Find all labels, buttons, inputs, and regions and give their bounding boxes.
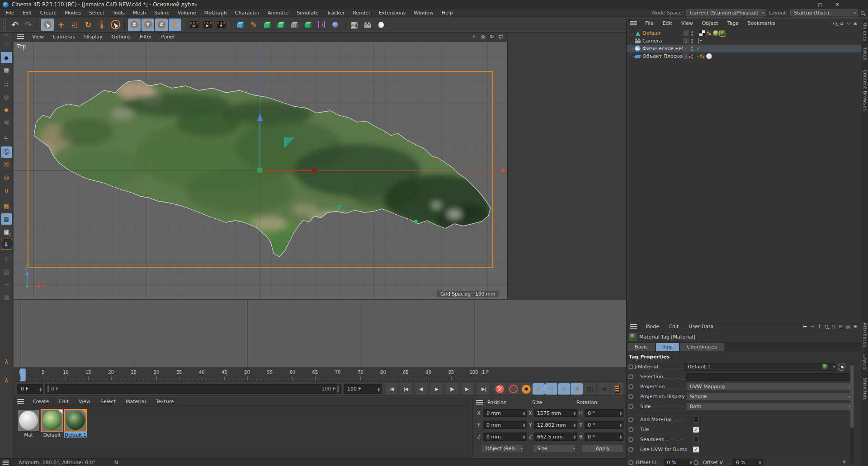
search-icon[interactable] [825,325,828,329]
viewport-menu-cameras[interactable]: Cameras [48,33,80,40]
attribute-menu-mode[interactable]: Mode [641,323,664,330]
point-mode-button[interactable]: ∷ [1,79,12,90]
animation-dot-icon[interactable] [628,404,633,409]
dock-tab-takes[interactable]: Takes [863,47,868,61]
spinner-arrows-icon[interactable]: ▲▼ [521,434,526,439]
toggle-view-icon[interactable]: ◱ [497,33,505,41]
menu-create[interactable]: Create [36,9,61,16]
menu-animate[interactable]: Animate [264,9,292,16]
edge-mode-button[interactable]: ◇ [1,91,12,103]
material-menu-view[interactable]: View [74,398,95,405]
move-tool[interactable]: + [55,19,67,31]
preview-range-slider[interactable]: 0 F 100 F [45,384,341,394]
toolbar-grip[interactable] [3,19,6,31]
animation-dot-icon[interactable] [628,394,633,399]
material-menu-edit[interactable]: Edit [54,398,74,405]
viewport-menu-panel[interactable]: Panel [156,33,179,40]
checker-tag-icon[interactable] [699,30,705,36]
menu-select[interactable]: Select [85,9,108,16]
dock-tab-content-browser[interactable]: Content Browser [863,70,868,111]
size-y-field[interactable]: 12.802 mm▲▼ [534,421,577,429]
inactive-tool-2[interactable]: ⇥ [1,279,12,290]
spinner-arrows-icon[interactable]: ▲▼ [758,461,762,465]
key-parameter-toggle[interactable]: Ⓟ [571,383,583,395]
spinner-arrows-icon[interactable]: ▲▼ [689,461,693,465]
render-settings-button[interactable]: ✱ [215,19,227,31]
workplane-transform-button[interactable]: ⇕ [1,254,12,265]
add-material-checkbox[interactable] [693,417,699,423]
attribute-title-row[interactable]: Material Tag [Material] [627,331,861,342]
spinner-arrows-icon[interactable]: ▲▼ [572,411,577,415]
make-editable-button[interactable]: ◇ [1,38,12,49]
inactive-tool-1[interactable]: ▤ [1,266,12,278]
viewport-menu-options[interactable]: Options [107,33,135,40]
key-position-toggle[interactable]: + [533,383,545,395]
character-tool-1[interactable]: λ [1,356,12,367]
offset-u-field[interactable]: 0 %▲▼ [664,459,693,466]
menu-render[interactable]: Render [349,9,374,16]
viewport-canvas[interactable]: Z X Top Grid Spacing : 100 mm [14,42,507,299]
size-x-field[interactable]: 1575 mm▲▼ [534,409,577,417]
range-start-handle[interactable] [47,386,49,392]
animation-dot-icon[interactable] [628,364,633,369]
toolbar-grip[interactable] [3,34,9,37]
object-row-физическое-небо[interactable]: Физическое небо∕✓ [627,45,861,52]
search-icon[interactable] [833,22,837,25]
viewport-menu-filter[interactable]: Filter [135,33,156,40]
menu-mesh[interactable]: Mesh [129,9,150,16]
active-tool-button[interactable] [109,19,122,31]
dock-tab-structure[interactable]: Structure [863,378,868,401]
matgreen-tag-icon[interactable] [713,30,719,36]
max-frame-spinner[interactable]: 100 F ▲▼ [344,384,382,394]
attribute-menu-user-data[interactable]: User Data [684,323,718,330]
menu-volume[interactable]: Volume [174,9,200,16]
spinner-arrows-icon[interactable]: ▲▼ [618,423,623,427]
planar-workplane-button[interactable]: ▦C [1,226,12,237]
menu-help[interactable]: Help [438,9,457,16]
key-rotation-toggle[interactable]: ↻ [558,383,570,395]
scrollbar[interactable] [850,363,854,463]
tile-checkbox[interactable]: ✓ [693,427,699,433]
object-row-объект-плоскость[interactable]: Объект Плоскость∕✓ [627,52,861,60]
selection-input[interactable] [686,373,851,381]
object-menu-file[interactable]: File [641,20,658,27]
go-to-end-button[interactable]: ▶| [477,383,490,395]
animation-dot-icon[interactable] [628,374,633,379]
redo-button[interactable]: ↷ [22,19,35,31]
attribute-menu-edit[interactable]: Edit [664,323,684,330]
filter-icon[interactable]: ▽ [846,20,850,26]
floor-environment-menu[interactable]: ▦ [348,19,360,31]
material-link-field[interactable]: Default.1▾ [684,363,835,371]
editor-render-dots[interactable] [691,31,693,36]
menu-character[interactable]: Character [231,9,264,16]
timeline-ruler[interactable]: 1 F 051015202530354045505560657075808590… [14,367,626,382]
add-panel-icon[interactable]: ⊞ [854,324,858,329]
tab-tag[interactable]: Tag [656,343,679,351]
animation-dot-icon[interactable] [628,384,633,389]
back-icon[interactable]: ← [803,324,807,329]
spinner-arrows-icon[interactable]: ▲▼ [618,411,623,415]
projection-display-dropdown[interactable]: Simple▾ [686,393,851,400]
spline-pen-menu[interactable]: ✎ [247,19,260,31]
spinner-arrows-icon[interactable]: ▲▼ [618,434,623,439]
material-thumbnail-mat[interactable]: Mat [17,410,40,439]
menu-tools[interactable]: Tools [108,9,129,16]
chevron-down-icon[interactable]: ▼ [843,460,846,464]
coord-mode-dropdown[interactable]: Object (Rel)▾ [481,444,523,452]
panel-menu-icon[interactable] [630,21,637,26]
lock-x-axis-button[interactable]: X [128,19,141,31]
spinner-arrows-icon[interactable]: ▲▼ [376,387,381,391]
fields-menu[interactable] [329,19,341,31]
position-y-field[interactable]: 0 mm▲▼ [483,421,527,429]
object-row-camera[interactable]: Camera∕ [627,37,861,45]
spinner-arrows-icon[interactable]: ▲▼ [572,434,577,439]
spinner-arrows-icon[interactable]: ▲▼ [521,423,526,427]
menu-window[interactable]: Window [410,9,437,16]
rotation-h-field[interactable]: 0 °▲▼ [585,409,623,417]
chevron-down-icon[interactable]: ▾ [833,365,835,369]
camera-menu[interactable] [361,19,374,31]
tab-basic[interactable]: Basic [627,343,655,351]
viewport-menu-display[interactable]: Display [80,33,107,40]
node-space-dropdown[interactable]: Current (Standard/Physical)▾ [686,9,766,16]
spinner-arrows-icon[interactable]: ▲▼ [572,423,577,427]
